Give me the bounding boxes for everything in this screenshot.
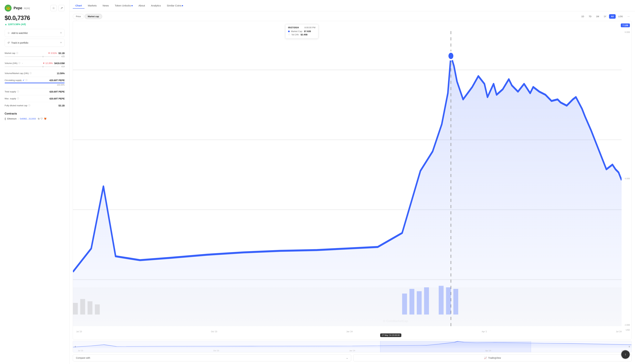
mini-x-tick-1: Jul '23 <box>78 350 83 352</box>
tradingview-label: TradingView <box>488 356 501 359</box>
tab-news[interactable]: News <box>100 3 112 8</box>
track-portfolio-button[interactable]: ↺ Track in portfolio + <box>5 39 65 47</box>
info-icon-max[interactable]: ⓘ <box>17 97 19 100</box>
x-tick-1: Jul '23 <box>76 330 82 333</box>
eth-icon: ⟠ <box>5 117 6 120</box>
svg-rect-8 <box>80 299 85 314</box>
price-prefix: $0.0 <box>5 14 16 21</box>
watchlist-star-button[interactable]: ☆ <box>51 5 57 11</box>
coin-logo: 🐸 <box>5 5 12 12</box>
market-cap-change: ▼ 0.51% <box>48 52 57 54</box>
mini-chart-x-axis: Jul '23 Oct '23 Jan '24 Apr '24 Jul '24 <box>78 350 626 352</box>
verified-icon: ✔ <box>23 79 25 82</box>
max-supply-label: Max. supply ⓘ <box>5 97 19 100</box>
chart-time-buttons: 1D 7D 1M 1Y All LOG ··· <box>579 14 632 19</box>
y-tick-2: 4.00B <box>625 178 630 180</box>
svg-rect-11 <box>402 294 407 314</box>
tab-chart[interactable]: Chart <box>73 3 85 8</box>
star-icon: ☆ <box>8 32 10 34</box>
portfolio-icon: ↺ <box>8 41 10 44</box>
log-button[interactable]: LOG <box>616 14 625 19</box>
tooltip-date: 05/27/2024 <box>288 26 299 29</box>
svg-rect-15 <box>439 286 444 314</box>
price-type-button[interactable]: Price <box>73 14 84 19</box>
chart-svg <box>73 31 621 326</box>
nav-tabs: Chart Markets News Token Unlocks About A… <box>70 0 635 11</box>
contract-address[interactable]: 0x6982...311933 <box>20 118 36 120</box>
chevron-icon-volume[interactable]: › <box>22 62 23 64</box>
time-all-button[interactable]: All <box>609 14 616 19</box>
info-icon-marketcap[interactable]: ⓘ <box>16 52 18 54</box>
vol-mcap-value: 13.59% <box>57 72 65 75</box>
scroll-to-top-button[interactable]: ↑ <box>621 350 630 359</box>
arrow-up-icon: ↑ <box>624 352 626 356</box>
mini-x-tick-3: Jan '24 <box>349 350 355 352</box>
plus-icon-2: + <box>60 41 62 44</box>
chart-controls: Price Market cap 1D 7D 1M 1Y All LOG ··· <box>73 14 632 19</box>
chart-tooltip: 05/27/2024 8:00:00 PM Market Cap: $7.02B… <box>285 24 318 39</box>
watermark: ⊙ CoinMarketCap <box>383 319 408 323</box>
time-1m-button[interactable]: 1M <box>594 14 601 19</box>
time-1d-button[interactable]: 1D <box>579 14 586 19</box>
x-tick-4: Apr '2 <box>482 330 487 333</box>
fox-icon[interactable]: 🦊 <box>44 117 47 120</box>
volume-value: $419.03M <box>54 62 65 64</box>
market-cap-type-button[interactable]: Market cap <box>85 14 102 19</box>
info-icon-total[interactable]: ⓘ <box>17 90 19 93</box>
stat-row-market-cap: Market cap ⓘ ▼ 0.51% $3.1B #25 <box>5 50 65 60</box>
volume-bar <box>5 66 60 67</box>
info-icon-circ[interactable]: ⓘ <box>26 79 28 82</box>
tooltip-mcap-label: Market Cap: <box>291 30 303 32</box>
info-icon-fdv[interactable]: ⓘ <box>28 104 30 107</box>
more-options-button[interactable]: ··· <box>625 14 632 19</box>
x-tick-3: Jan '24 <box>346 330 353 333</box>
contract-chain: Ethereum <box>7 118 17 120</box>
price-suffix: 7376 <box>17 14 30 21</box>
shield-icon[interactable]: 🛡 <box>41 117 43 120</box>
stat-row-fdv: Fully diluted market cap ⓘ $3.1B <box>5 102 65 109</box>
contracts-title: Contracts <box>5 112 65 115</box>
time-1y-button[interactable]: 1Y <box>602 14 608 19</box>
svg-rect-12 <box>409 289 414 314</box>
coin-header: 🐸 Pepe PEPE ☆ ↗ <box>5 5 65 12</box>
copy-icon[interactable]: ⧉ <box>38 117 40 120</box>
info-icon-volume[interactable]: ⓘ <box>18 62 20 64</box>
info-icon-vol-mcap[interactable]: ⓘ <box>30 72 32 75</box>
volume-change: ▼ 12.26% <box>43 62 53 64</box>
compare-with-button[interactable]: Compare with ⌄ <box>73 354 351 361</box>
share-button[interactable]: ↗ <box>58 5 65 11</box>
svg-rect-7 <box>73 303 78 314</box>
tab-markets[interactable]: Markets <box>85 3 99 8</box>
tab-similar-coins[interactable]: Similar Coins <box>164 3 186 8</box>
chart-y-axis: 6.00B 4.00B 2.00B <box>625 31 630 326</box>
svg-rect-16 <box>446 287 451 314</box>
mini-chart[interactable]: ⏸ ⏸ Jul '23 Oct '23 Jan '2 <box>73 341 632 352</box>
tradingview-button[interactable]: 📈 TradingView <box>353 354 632 361</box>
mini-chart-svg <box>73 341 631 348</box>
supply-pct: 100.00% <box>5 84 65 86</box>
fdv-label: Fully diluted market cap ⓘ <box>5 104 30 107</box>
tooltip-mcap-value: $7.02B <box>304 30 311 32</box>
circ-supply-value: 420.69T PEPE <box>49 79 65 82</box>
time-7d-button[interactable]: 7D <box>587 14 593 19</box>
add-to-watchlist-button[interactable]: ☆ Add to watchlist + <box>5 29 65 37</box>
volume-rank: #14 <box>61 66 65 68</box>
vol-mcap-label: Volume/Market cap (24h) ⓘ <box>5 72 32 75</box>
header-actions: ☆ ↗ <box>51 5 65 11</box>
market-cap-label: Market cap ⓘ <box>5 52 18 54</box>
tab-about[interactable]: About <box>136 3 148 8</box>
x-tick-2: Oct '23 <box>211 330 217 333</box>
coin-symbol: PEPE <box>24 7 30 10</box>
tab-token-unlocks[interactable]: Token Unlocks <box>112 3 135 8</box>
tooltip-vol-value: $2.45B <box>301 34 307 36</box>
total-supply-label: Total supply ⓘ <box>5 90 19 93</box>
mini-x-tick-2: Oct '23 <box>213 350 219 352</box>
portfolio-label: Track in portfolio <box>11 42 28 44</box>
chart-x-axis: Jul '23 Oct '23 Jan '24 Apr '2 Jul '24 <box>76 330 621 333</box>
svg-rect-14 <box>424 287 429 314</box>
tab-analytics[interactable]: Analytics <box>148 3 164 8</box>
stats-section: Market cap ⓘ ▼ 0.51% $3.1B #25 <box>5 50 65 109</box>
chart-wrapper: 05/27/2024 8:00:00 PM Market Cap: $7.02B… <box>73 21 632 340</box>
svg-rect-17 <box>453 289 458 314</box>
fdv-value: $3.1B <box>59 104 65 107</box>
